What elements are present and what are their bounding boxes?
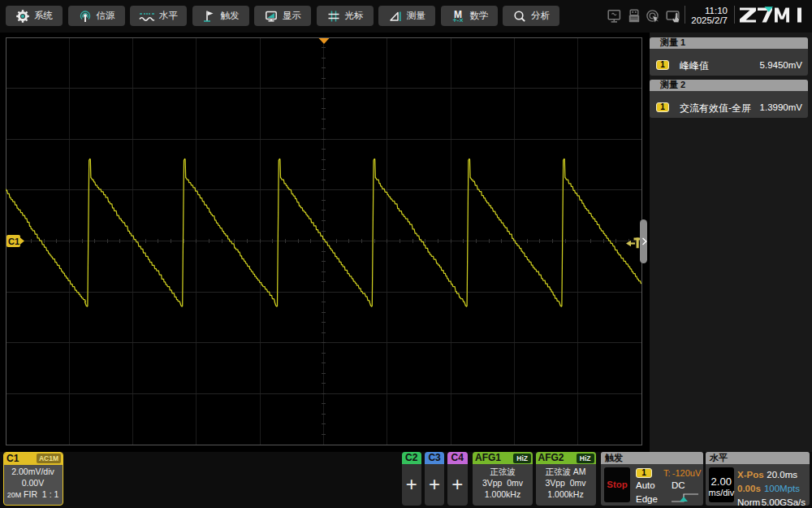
svg-text:C1: C1 — [8, 237, 19, 246]
svg-text:+-×: +-× — [452, 16, 463, 24]
